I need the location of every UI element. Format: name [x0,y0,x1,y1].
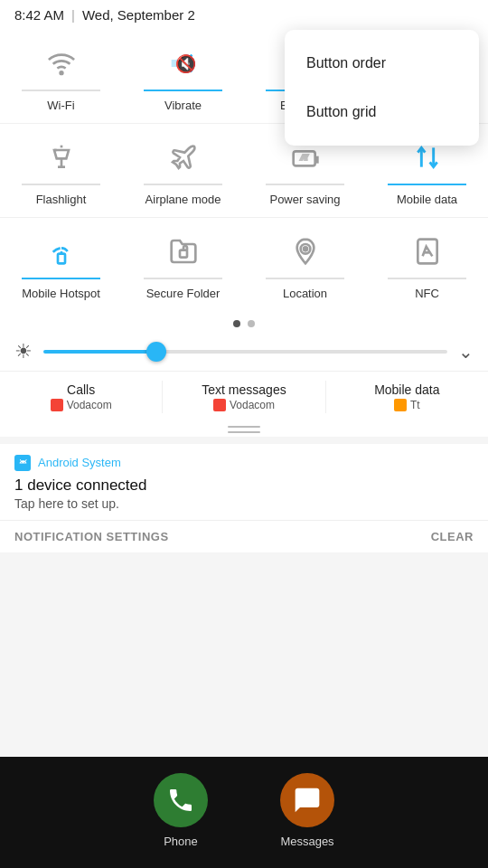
tt-icon [394,399,407,411]
notification-title: 1 device connected [14,476,474,495]
phone-label: Phone [164,835,198,848]
securefolder-divider [144,278,221,279]
svg-rect-16 [180,250,187,257]
calls-carrier-name: Vodacom [67,399,112,411]
nfc-divider [388,278,465,279]
messages-app-icon [280,773,334,827]
notif-app-name: Android System [38,456,121,469]
flashlight-icon [41,137,82,178]
securefolder-icon [163,231,204,272]
airplane-label: Airplane mode [145,193,221,208]
svg-point-18 [304,247,307,250]
toggle-mobilehotspot[interactable]: Mobile Hotspot [0,218,122,311]
page-dot-2[interactable] [248,320,255,327]
toggle-securefolder[interactable]: Secure Folder [122,218,244,311]
network-mobiledata[interactable]: Mobile data Tt [326,381,488,413]
mobiledata-net-label: Mobile data [374,382,439,397]
texts-carrier: Vodacom [213,399,275,411]
networks-row: Calls Vodacom Text messages Vodacom Mobi… [0,371,488,420]
mobiledata-divider [388,184,465,185]
flashlight-divider [22,184,99,185]
page-dot-1[interactable] [233,320,240,327]
nfc-icon [407,231,448,272]
dock-messages[interactable]: Messages [280,773,334,848]
drag-handle[interactable] [0,420,488,437]
notification-card[interactable]: Android System 1 device connected Tap he… [0,444,488,520]
brightness-thumb[interactable] [146,342,166,362]
toggle-grid-row3: Mobile Hotspot Secure Folder [0,218,488,311]
popup-menu: Button order Button grid [285,30,479,146]
svg-rect-14 [58,253,65,263]
mobilehotspot-label: Mobile Hotspot [22,287,100,302]
calls-carrier: Vodacom [51,399,112,411]
vibrate-divider [144,90,221,91]
drag-line-1 [228,426,260,428]
brightness-icon: ☀ [14,340,33,363]
svg-point-0 [60,71,62,74]
button-grid-menu-item[interactable]: Button grid [285,88,479,137]
android-system-icon [14,455,31,471]
page-indicators [0,311,488,333]
location-icon [285,231,326,272]
vibrate-label: Vibrate [164,99,202,114]
brightness-slider[interactable] [43,350,447,354]
vibrate-icon: 🔇 [163,42,204,84]
button-order-menu-item[interactable]: Button order [285,39,479,88]
chevron-down-icon[interactable]: ⌄ [458,341,474,363]
powersaving-label: Power saving [269,193,340,208]
flashlight-label: Flashlight [36,193,87,208]
mobiledata-carrier: Tt [394,399,420,411]
toggle-flashlight[interactable]: Flashlight [0,124,122,217]
brightness-row: ☀ ⌄ [0,333,488,371]
status-bar: 8:42 AM | Wed, September 2 [0,0,488,30]
notification-actions: NOTIFICATION SETTINGS CLEAR [0,520,488,552]
network-texts[interactable]: Text messages Vodacom [163,381,325,413]
dock-phone[interactable]: Phone [154,773,208,848]
phone-app-icon [154,773,208,827]
status-divider: | [71,7,75,23]
vodacom-icon-1 [51,399,63,411]
mobiledata-label: Mobile data [397,193,457,208]
status-date: Wed, September 2 [82,7,195,23]
network-calls[interactable]: Calls Vodacom [0,381,163,413]
mobiledata-carrier-name: Tt [410,399,420,411]
location-divider [266,278,343,279]
texts-carrier-name: Vodacom [230,399,275,411]
airplane-icon [163,137,204,178]
powersaving-divider [266,184,343,185]
mobilehotspot-icon [41,231,82,272]
messages-label: Messages [280,835,333,848]
app-dock: Phone Messages [0,757,488,868]
notification-settings-button[interactable]: NOTIFICATION SETTINGS [14,530,169,543]
calls-label: Calls [67,382,95,397]
airplane-divider [144,184,221,185]
toggle-airplane[interactable]: Airplane mode [122,124,244,217]
notification-body: Tap here to set up. [14,496,474,511]
drag-line-2 [228,431,260,433]
toggle-wifi[interactable]: Wi-Fi [0,30,122,123]
status-time: 8:42 AM [14,7,64,23]
location-label: Location [283,287,327,302]
svg-text:🔇: 🔇 [174,53,196,74]
wifi-label: Wi-Fi [47,99,74,114]
mobilehotspot-divider [22,278,99,279]
quick-settings-panel: Button order Button grid Wi-Fi [0,30,488,437]
notification-header: Android System [14,455,474,471]
wifi-icon [41,42,82,84]
toggle-nfc[interactable]: NFC [366,218,488,311]
notification-clear-button[interactable]: CLEAR [431,530,474,543]
nfc-label: NFC [415,287,439,302]
texts-label: Text messages [202,382,286,397]
securefolder-label: Secure Folder [146,287,221,302]
toggle-location[interactable]: Location [244,218,366,311]
vodacom-icon-2 [213,399,226,411]
toggle-vibrate[interactable]: 🔇 Vibrate [122,30,244,123]
wifi-divider [22,90,99,91]
